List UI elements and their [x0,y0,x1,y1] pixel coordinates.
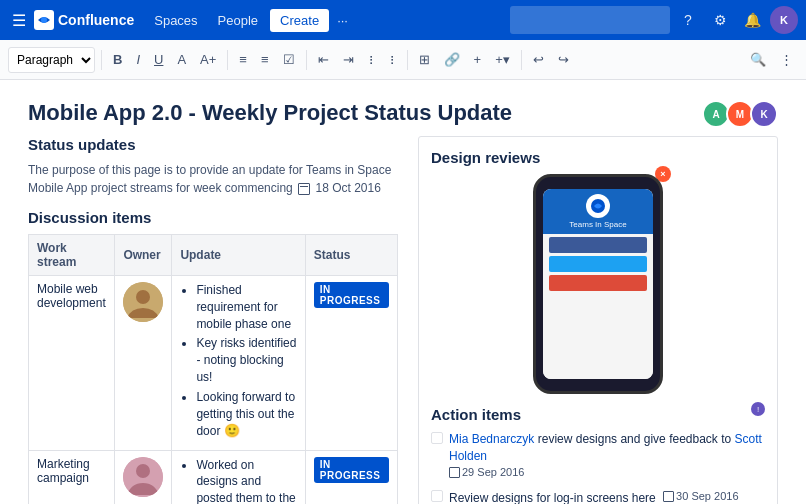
task-list-button[interactable]: ☑ [278,46,300,74]
bold-button[interactable]: B [108,46,127,74]
update-item: Key risks identified - noting blocking u… [196,335,296,385]
status-badge: IN PROGRESS [314,457,389,483]
insert-button[interactable]: + [469,46,487,74]
design-reviews-heading: Design reviews [431,149,765,166]
action-checkbox-1[interactable] [431,432,443,444]
redo-button[interactable]: ↪ [553,46,574,74]
owner-avatar-cell [115,276,172,451]
update-item: Worked on designs and posted them to the… [196,457,296,504]
help-icon[interactable]: ? [674,6,702,34]
status-cell-1: IN PROGRESS [305,276,397,451]
insert-more-button[interactable]: +▾ [490,46,515,74]
divider-4 [407,50,408,70]
top-navigation: ☰ Confluence Spaces People Create ··· ? … [0,0,806,40]
gp-button [549,275,647,291]
tw-button [549,256,647,272]
discussion-heading: Discussion items [28,209,398,226]
paragraph-style-select[interactable]: Paragraph [8,47,95,73]
outdent-button[interactable]: ⇤ [313,46,334,74]
nav-people[interactable]: People [210,9,266,32]
col-update: Update [172,235,305,276]
action-checkbox-2[interactable] [431,490,443,502]
divider-5 [521,50,522,70]
page-body: Status updates The purpose of this page … [0,136,806,504]
update-item: Finished requirement for mobile phase on… [196,282,296,332]
font-size-button[interactable]: A+ [195,46,221,74]
italic-button[interactable]: I [131,46,145,74]
hamburger-menu[interactable]: ☰ [8,7,30,34]
col-owner: Owner [115,235,172,276]
more-toolbar-button[interactable]: ⋮ [775,46,798,74]
table-row: Marketingcampaign [29,450,398,504]
workstream-name: Marketingcampaign [29,450,115,504]
collaborator-avatar-k[interactable]: K [750,100,778,128]
action-date-2: 30 Sep 2016 [659,489,738,504]
phone-mockup: Teams In Space [533,174,663,394]
calendar-icon [298,183,310,195]
svg-point-2 [136,290,150,304]
owner-avatar-1 [123,282,163,322]
phone-logo-icon [586,194,610,218]
logo-icon [34,10,54,30]
search-toolbar-button[interactable]: 🔍 [745,46,771,74]
status-description: The purpose of this page is to provide a… [28,161,398,197]
divider-1 [101,50,102,70]
align-left-button[interactable]: ⫶ [363,46,380,74]
right-panel: Design reviews × [418,136,778,504]
phone-container: × Teams In Space [533,174,663,394]
page-header: Mobile App 2.0 - Weekly Project Status U… [0,80,806,136]
phone-header: Teams In Space [543,189,653,234]
collaborator-avatars: A M K [702,100,778,128]
logo-text: Confluence [58,12,134,28]
workstream-table: Work stream Owner Update Status Mobile w… [28,234,398,504]
action-person1[interactable]: Mia Bednarczyk [449,432,534,446]
cal-icon-1 [449,467,460,478]
status-badge: IN PROGRESS [314,282,389,308]
action-items-section: ! Action items Mia Bednarczyk review des… [431,406,765,504]
editor-toolbar: Paragraph B I U A A+ ≡ ≡ ☑ ⇤ ⇥ ⫶ ⫶ ⊞ 🔗 +… [0,40,806,80]
phone-screen: Teams In Space [543,189,653,379]
phone-logo-text: Teams In Space [569,220,626,229]
align-right-button[interactable]: ⫶ [384,46,401,74]
undo-button[interactable]: ↩ [528,46,549,74]
nav-create[interactable]: Create [270,9,329,32]
svg-point-0 [41,17,47,23]
table-row: Mobile webdevelopment [29,276,398,451]
cal-icon-2 [663,491,674,502]
link-button[interactable]: 🔗 [439,46,465,74]
col-status: Status [305,235,397,276]
font-color-button[interactable]: A [172,46,191,74]
nav-icons: ? ⚙ 🔔 K [674,6,798,34]
action-item-2: Review designs for log-in screens here 3… [431,489,765,504]
gear-icon[interactable]: ⚙ [706,6,734,34]
underline-button[interactable]: U [149,46,168,74]
page-title: Mobile App 2.0 - Weekly Project Status U… [28,100,512,126]
phone-logo: Teams In Space [569,194,626,229]
indent-button[interactable]: ⇥ [338,46,359,74]
confluence-logo[interactable]: Confluence [34,10,134,30]
status-cell-2: IN PROGRESS [305,450,397,504]
user-avatar[interactable]: K [770,6,798,34]
numbered-list-button[interactable]: ≡ [256,46,274,74]
status-updates-heading: Status updates [28,136,398,153]
svg-point-4 [136,464,150,478]
nav-spaces[interactable]: Spaces [146,9,205,32]
divider-2 [227,50,228,70]
action-text-1: Mia Bednarczyk review designs and give f… [449,431,765,483]
table-button[interactable]: ⊞ [414,46,435,74]
update-cell-2: Worked on designs and posted them to the… [172,450,305,504]
action-date-1: 29 Sep 2016 [449,465,524,480]
page-wrapper: Mobile App 2.0 - Weekly Project Status U… [0,80,806,504]
bell-icon[interactable]: 🔔 [738,6,766,34]
bullet-list-button[interactable]: ≡ [234,46,252,74]
col-workstream: Work stream [29,235,115,276]
action-items-heading: Action items [431,406,765,423]
nav-more[interactable]: ··· [333,9,352,32]
update-item: Looking forward to getting this out the … [196,389,296,441]
nav-search-input[interactable] [510,6,670,34]
update-cell-1: Finished requirement for mobile phase on… [172,276,305,451]
owner-avatar-2 [123,457,163,497]
owner-avatar-cell [115,450,172,504]
divider-3 [306,50,307,70]
workstream-name: Mobile webdevelopment [29,276,115,451]
